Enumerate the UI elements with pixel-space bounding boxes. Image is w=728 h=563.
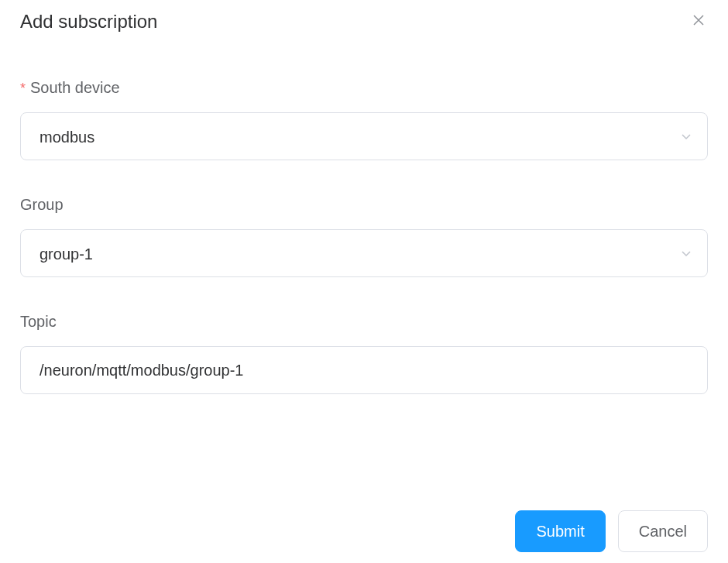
submit-button[interactable]: Submit <box>515 510 605 552</box>
south-device-select-wrapper: modbus <box>20 112 708 160</box>
topic-input[interactable] <box>20 346 708 394</box>
cancel-button[interactable]: Cancel <box>618 510 708 552</box>
south-device-select[interactable]: modbus <box>20 112 708 160</box>
form-item-south-device: *South device modbus <box>20 79 708 160</box>
dialog-footer: Submit Cancel <box>515 510 708 552</box>
topic-label: Topic <box>20 313 708 331</box>
south-device-label: *South device <box>20 79 708 97</box>
dialog-header: Add subscription <box>20 11 708 33</box>
group-select-wrapper: group-1 <box>20 229 708 277</box>
dialog-title: Add subscription <box>20 11 157 33</box>
group-label: Group <box>20 196 708 214</box>
required-mark: * <box>20 81 26 96</box>
close-button[interactable] <box>689 12 708 31</box>
close-icon <box>692 14 705 29</box>
form-item-group: Group group-1 <box>20 196 708 277</box>
group-select[interactable]: group-1 <box>20 229 708 277</box>
form-item-topic: Topic <box>20 313 708 394</box>
